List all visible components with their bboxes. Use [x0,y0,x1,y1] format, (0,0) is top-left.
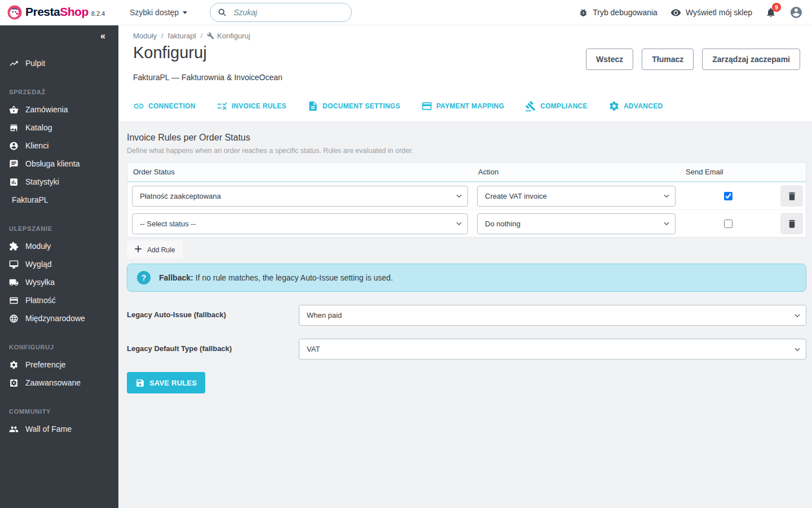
sidebar-item-klienci[interactable]: Klienci [0,137,118,155]
send-email-checkbox[interactable] [724,192,732,200]
view-shop-label: Wyświetl mój sklep [686,8,752,17]
manage-hooks-button[interactable]: Zarządzaj zaczepami [702,49,800,70]
tab-document-settings[interactable]: DOCUMENT SETTINGS [307,100,400,112]
sidebar-item-pulpit[interactable]: Pulpit [0,54,118,72]
document-icon [307,100,319,112]
sidebar-item-wysylka[interactable]: Wysyłka [0,273,118,291]
brand-wordmark: PrestaShop [25,5,89,19]
save-rules-label: SAVE RULES [149,379,197,387]
tab-compliance[interactable]: COMPLIANCE [525,100,588,112]
tab-label: PAYMENT MAPPING [436,102,505,110]
debug-mode-toggle[interactable]: Tryb debugowania [579,8,657,17]
translate-button[interactable]: Tłumacz [642,49,694,70]
globe-icon [9,314,19,323]
quick-access-dropdown[interactable]: Szybki dostęp [130,8,187,17]
sidebar-item-wall-of-fame[interactable]: Wall of Fame [0,420,118,438]
action-select[interactable]: Create VAT invoice [477,186,676,207]
avatar-icon [789,6,803,19]
sidebar-item-label: Płatność [25,296,56,305]
order-status-select[interactable]: -- Select status -- [132,213,468,234]
monitor-icon [9,260,19,269]
person-icon [9,141,19,151]
back-button[interactable]: Wstecz [586,49,633,70]
sidebar-item-label: Międzynarodowe [25,314,85,323]
send-email-checkbox[interactable] [724,220,732,228]
sidebar-item-katalog[interactable]: Katalog [0,119,118,137]
bug-icon [579,8,588,17]
sidebar-item-label: FakturaPL [12,195,48,204]
sidebar-item-fakturapl[interactable]: FakturaPL [0,191,118,209]
delete-rule-button[interactable] [780,185,803,207]
tab-label: ADVANCED [624,102,663,110]
legacy-auto-issue-row: Legacy Auto-Issue (fallback) When paid [127,305,806,326]
payment-card-icon [421,100,433,112]
sidebar-item-label: Statystyki [25,177,59,186]
save-rules-button[interactable]: SAVE RULES [127,372,205,393]
add-rule-button[interactable]: + Add Rule [127,240,183,259]
legacy-auto-issue-select[interactable]: When paid [299,305,806,326]
view-shop-link[interactable]: Wyświetl mój sklep [670,7,752,18]
puzzle-icon [9,242,19,251]
action-select[interactable]: Do nothing [477,213,676,234]
version-label: 8.2.4 [91,10,105,17]
sidebar-item-label: Wysyłka [25,278,55,287]
eye-icon [670,7,681,18]
prestashop-brand[interactable]: PrestaShop 8.2.4 [0,5,118,20]
legacy-auto-issue-label: Legacy Auto-Issue (fallback) [127,305,299,319]
sidebar-item-preferencje[interactable]: Preferencje [0,356,118,374]
tab-payment-mapping[interactable]: PAYMENT MAPPING [421,100,505,112]
module-tabs: CONNECTION INVOICE RULES DOCUMENT SETTIN… [118,90,812,121]
rule-row-2: -- Select status -- Do nothing [127,209,806,237]
sidebar-item-miedzynarodowe[interactable]: Międzynarodowe [0,309,118,327]
sidebar-collapse-button[interactable]: « [100,31,104,41]
order-status-select[interactable]: Płatność zaakceptowana [132,186,468,207]
notification-count-badge: 9 [772,3,781,12]
tab-label: INVOICE RULES [232,102,286,110]
sidebar-item-zaawansowane[interactable]: Zaawansowane [0,374,118,392]
sidebar-item-moduly[interactable]: Moduły [0,237,118,255]
sidebar-item-label: Obsługa klienta [25,159,80,168]
sidebar: « Pulpit SPRZEDAŻ Zamówienia Katalog Kli… [0,25,118,508]
search-icon [218,8,227,17]
sidebar-section-sprzedaz: SPRZEDAŻ [0,89,118,95]
page-toolbar: Wstecz Tłumacz Zarządzaj zaczepami [586,42,805,70]
sidebar-item-label: Wygląd [25,260,52,269]
sidebar-item-platnosc[interactable]: Płatność [0,291,118,309]
rule-row-1: Płatność zaakceptowana Create VAT invoic… [127,182,806,209]
page-header-panel: Moduły / fakturapl / Konfiguruj Konfigur… [118,25,812,90]
header-actions: Tryb debugowania Wyświetl mój sklep 9 [579,6,812,19]
delete-rule-button[interactable] [780,213,803,234]
column-action: Action [473,163,680,181]
global-search [210,3,352,22]
sidebar-item-obsluga-klienta[interactable]: Obsługa klienta [0,155,118,173]
credit-card-icon [9,296,19,305]
help-icon: ? [137,271,151,284]
notifications-button[interactable]: 9 [765,7,776,18]
top-header: PrestaShop 8.2.4 Szybki dostęp Tryb debu… [0,0,812,25]
column-send-email: Send Email [680,163,776,181]
profile-menu-button[interactable] [789,6,803,19]
basket-icon [9,105,19,115]
tab-content: Invoice Rules per Order Status Define wh… [118,121,812,393]
add-rule-label: Add Rule [147,246,175,254]
search-input[interactable] [232,7,344,17]
trash-icon [787,218,797,229]
breadcrumb-moduly[interactable]: Moduły [133,32,157,40]
wrench-icon [207,32,214,40]
sidebar-item-wyglad[interactable]: Wygląd [0,255,118,273]
breadcrumb-fakturapl[interactable]: fakturapl [168,32,196,40]
sidebar-item-label: Zamówienia [25,105,68,114]
tab-label: COMPLIANCE [540,102,588,110]
sidebar-item-zamowienia[interactable]: Zamówienia [0,100,118,119]
tab-invoice-rules[interactable]: INVOICE RULES [217,100,286,112]
rules-table-header: Order Status Action Send Email [127,163,806,182]
legacy-default-type-select[interactable]: VAT [299,339,806,360]
sidebar-item-label: Klienci [25,141,48,150]
main-area: Moduły / fakturapl / Konfiguruj Konfigur… [118,0,812,393]
sidebar-item-statystyki[interactable]: Statystyki [0,173,118,191]
save-icon [135,378,145,388]
tab-advanced[interactable]: ADVANCED [608,100,663,112]
tab-connection[interactable]: CONNECTION [133,100,196,112]
trash-icon [787,191,797,202]
page-subtitle: FakturaPL — Fakturownia & InvoiceOcean [127,73,805,90]
